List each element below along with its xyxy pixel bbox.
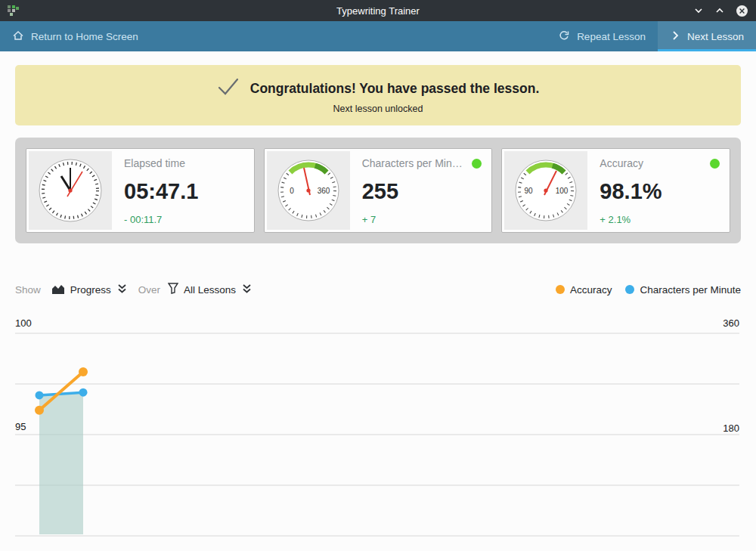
filter-funnel-icon <box>168 283 178 296</box>
cpm-delta: + 7 <box>362 214 482 225</box>
next-lesson-button[interactable]: Next Lesson <box>658 21 756 51</box>
chart-legend: Accuracy Characters per Minute <box>556 284 741 296</box>
elapsed-time-card: Elapsed time 05:47.1 - 00:11.7 <box>26 148 255 233</box>
double-chevron-down-icon <box>241 283 253 297</box>
svg-text:100: 100 <box>556 187 569 195</box>
repeat-icon <box>558 29 570 44</box>
checkmark-icon <box>217 78 240 99</box>
progress-chart-canvas <box>0 310 756 551</box>
maximize-button[interactable] <box>714 5 725 16</box>
repeat-lesson-label: Repeat Lesson <box>577 31 646 42</box>
over-label: Over <box>138 284 160 296</box>
left-axis-mid-label: 95 <box>15 421 26 432</box>
chart-filter-row: Show Progress Over All Lessons Accuracy … <box>15 278 741 301</box>
lesson-filter-value: All Lessons <box>184 284 236 296</box>
cpm-legend-dot <box>625 285 634 294</box>
svg-text:90: 90 <box>525 187 534 195</box>
window-title: Typewriting Trainer <box>0 5 756 17</box>
return-home-button[interactable]: Return to Home Screen <box>0 21 150 51</box>
chevron-right-icon <box>670 30 680 43</box>
cpm-value: 255 <box>362 181 482 203</box>
app-icon <box>8 5 20 17</box>
clock-graphic <box>29 151 112 230</box>
svg-text:0: 0 <box>290 187 294 195</box>
next-lesson-label: Next Lesson <box>687 31 744 42</box>
repeat-lesson-button[interactable]: Repeat Lesson <box>546 21 658 51</box>
legend-item-accuracy: Accuracy <box>556 284 612 296</box>
svg-text:360: 360 <box>317 187 330 195</box>
banner-subtitle: Next lesson unlocked <box>23 104 733 114</box>
lesson-filter-select[interactable]: All Lessons <box>168 283 253 297</box>
accuracy-value: 98.1% <box>600 181 720 203</box>
pass-banner: Congratulations! You have passed the les… <box>15 65 741 125</box>
banner-title: Congratulations! You have passed the les… <box>250 81 540 97</box>
home-icon <box>12 29 24 44</box>
accuracy-legend-label: Accuracy <box>570 284 612 296</box>
cpm-card: 0 360 Characters per Min… 255 + 7 <box>264 148 493 233</box>
graph-type-select[interactable]: Progress <box>51 283 128 297</box>
elapsed-time-delta: - 00:11.7 <box>124 214 244 225</box>
elapsed-time-value: 05:47.1 <box>124 181 244 203</box>
cpm-status-dot <box>472 159 482 169</box>
close-button[interactable] <box>736 5 748 17</box>
legend-item-cpm: Characters per Minute <box>625 284 741 296</box>
titlebar: Typewriting Trainer <box>0 0 756 21</box>
left-axis-top-label: 100 <box>15 317 32 329</box>
stats-panel: Elapsed time 05:47.1 - 00:11.7 0 360 Cha… <box>15 138 741 243</box>
accuracy-legend-dot <box>556 285 565 294</box>
graph-type-value: Progress <box>70 284 111 296</box>
show-label: Show <box>15 284 41 296</box>
area-chart-icon <box>51 283 65 297</box>
elapsed-time-label: Elapsed time <box>124 157 185 169</box>
accuracy-delta: + 2.1% <box>600 214 720 225</box>
accuracy-label: Accuracy <box>600 157 643 169</box>
right-axis-mid-label: 180 <box>723 423 739 434</box>
cpm-legend-label: Characters per Minute <box>640 284 741 296</box>
double-chevron-down-icon <box>116 283 128 297</box>
minimize-button[interactable] <box>693 5 704 16</box>
accuracy-gauge: 90 100 <box>504 151 587 230</box>
return-home-label: Return to Home Screen <box>31 31 138 42</box>
cpm-label: Characters per Min… <box>362 157 463 169</box>
right-axis-top-label: 360 <box>723 317 739 329</box>
accuracy-card: 90 100 Accuracy 98.1% + 2.1% <box>501 148 730 233</box>
navbar: Return to Home Screen Repeat Lesson Next… <box>0 21 756 51</box>
cpm-gauge: 0 360 <box>267 151 350 230</box>
accuracy-status-dot <box>710 159 720 169</box>
progress-chart: 100 95 360 180 <box>0 310 756 551</box>
